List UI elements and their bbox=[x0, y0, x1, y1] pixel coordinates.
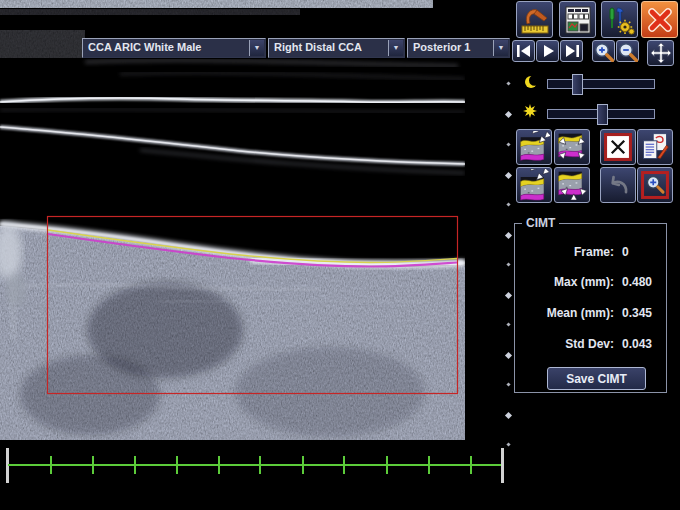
last-frame-button[interactable] bbox=[560, 40, 583, 62]
cimt-max-row: Max (mm): 0.480 bbox=[520, 275, 662, 289]
close-icon bbox=[645, 5, 675, 35]
pan-button[interactable] bbox=[647, 40, 674, 66]
brightness-slider-thumb[interactable] bbox=[597, 104, 608, 125]
zoom-roi-icon bbox=[639, 169, 671, 201]
chevron-down-icon[interactable]: ▼ bbox=[249, 40, 264, 56]
delete-trace-icon bbox=[602, 131, 634, 163]
first-frame-icon bbox=[516, 44, 532, 58]
copy-report-button[interactable] bbox=[637, 129, 673, 165]
measure-tools-button[interactable] bbox=[516, 1, 553, 38]
frame-label: Frame: bbox=[574, 245, 614, 259]
play-icon bbox=[540, 44, 556, 58]
cimt-mean-row: Mean (mm): 0.345 bbox=[520, 306, 662, 320]
close-button[interactable] bbox=[641, 1, 678, 38]
cimt-stddev-row: Std Dev: 0.043 bbox=[520, 337, 662, 351]
last-frame-icon bbox=[564, 44, 580, 58]
timeline-tick bbox=[218, 456, 220, 474]
timeline-tick bbox=[134, 456, 136, 474]
undo-icon bbox=[602, 169, 634, 201]
stddev-label: Std Dev: bbox=[565, 337, 614, 351]
chevron-down-icon[interactable]: ▼ bbox=[493, 40, 508, 56]
depth-marker-icon bbox=[506, 322, 510, 326]
angle-value: Posterior 1 bbox=[413, 41, 470, 53]
depth-marker-icon bbox=[505, 172, 512, 179]
segment-dropdown[interactable]: Right Distal CCA ▼ bbox=[268, 38, 405, 58]
caliper-measure-icon bbox=[520, 5, 550, 35]
timeline-tick bbox=[259, 456, 261, 474]
max-value: 0.480 bbox=[622, 275, 662, 289]
zoom-roi-button[interactable] bbox=[637, 167, 673, 203]
undo-button[interactable] bbox=[600, 167, 636, 203]
copy-report-icon bbox=[639, 131, 671, 163]
report-button[interactable] bbox=[559, 1, 596, 38]
moon-icon bbox=[524, 75, 538, 89]
zoom-in-icon bbox=[593, 41, 614, 62]
mean-value: 0.345 bbox=[622, 306, 662, 320]
zoom-out-button[interactable] bbox=[616, 40, 639, 62]
timeline-tick bbox=[50, 456, 52, 474]
pan-icon bbox=[650, 42, 672, 64]
timeline-tick bbox=[470, 456, 472, 474]
delete-trace-button[interactable] bbox=[600, 129, 636, 165]
timeline-tick bbox=[302, 456, 304, 474]
mean-label: Mean (mm): bbox=[547, 306, 614, 320]
trace-smooth-button[interactable] bbox=[554, 167, 590, 203]
cimt-panel-title: CIMT bbox=[522, 216, 559, 230]
brightness-slider[interactable] bbox=[547, 109, 655, 119]
gamma-slider-thumb[interactable] bbox=[572, 74, 583, 95]
trace-nudge-button[interactable] bbox=[516, 167, 552, 203]
settings-tools-icon bbox=[605, 5, 635, 35]
protocol-value: CCA ARIC White Male bbox=[88, 41, 201, 53]
trace-smooth-icon bbox=[556, 169, 588, 201]
segment-value: Right Distal CCA bbox=[274, 41, 362, 53]
angle-dropdown[interactable]: Posterior 1 ▼ bbox=[407, 38, 510, 58]
depth-marker-icon bbox=[505, 111, 512, 118]
depth-marker-icon bbox=[506, 262, 510, 266]
play-button[interactable] bbox=[536, 40, 559, 62]
application-window: CCA ARIC White Male ▼ Right Distal CCA ▼… bbox=[0, 0, 680, 510]
depth-marker-icon bbox=[505, 292, 512, 299]
depth-marker-icon bbox=[505, 232, 512, 239]
first-frame-button[interactable] bbox=[512, 40, 535, 62]
zoom-out-icon bbox=[617, 41, 638, 62]
sun-icon bbox=[523, 104, 537, 118]
depth-marker-icon bbox=[505, 352, 512, 359]
ultrasound-image[interactable] bbox=[0, 0, 465, 443]
chevron-down-icon[interactable]: ▼ bbox=[388, 40, 403, 56]
report-layout-icon bbox=[563, 5, 593, 35]
timeline-tick bbox=[386, 456, 388, 474]
depth-marker-icon bbox=[506, 202, 510, 206]
max-label: Max (mm): bbox=[554, 275, 614, 289]
stddev-value: 0.043 bbox=[622, 337, 662, 351]
timeline-tick bbox=[343, 456, 345, 474]
save-cimt-button[interactable]: Save CIMT bbox=[547, 367, 646, 390]
depth-marker-icon bbox=[505, 412, 512, 419]
cimt-frame-row: Frame: 0 bbox=[520, 245, 662, 259]
settings-button[interactable] bbox=[601, 1, 638, 38]
frame-value: 0 bbox=[622, 245, 662, 259]
trace-nudge-icon bbox=[518, 169, 550, 201]
timeline-tick bbox=[92, 456, 94, 474]
frame-timeline[interactable] bbox=[0, 445, 510, 490]
timeline-end-handle[interactable] bbox=[501, 448, 504, 483]
timeline-tick bbox=[428, 456, 430, 474]
depth-marker-icon bbox=[506, 142, 510, 146]
trace-refine-button[interactable] bbox=[554, 129, 590, 165]
depth-marker-icon bbox=[506, 382, 510, 386]
trace-detect-icon bbox=[518, 131, 550, 163]
timeline-tick bbox=[176, 456, 178, 474]
trace-detect-button[interactable] bbox=[516, 129, 552, 165]
depth-marker-icon bbox=[506, 81, 510, 85]
zoom-in-button[interactable] bbox=[592, 40, 615, 62]
trace-refine-icon bbox=[556, 131, 588, 163]
protocol-dropdown[interactable]: CCA ARIC White Male ▼ bbox=[82, 38, 266, 58]
gamma-slider[interactable] bbox=[547, 79, 655, 89]
